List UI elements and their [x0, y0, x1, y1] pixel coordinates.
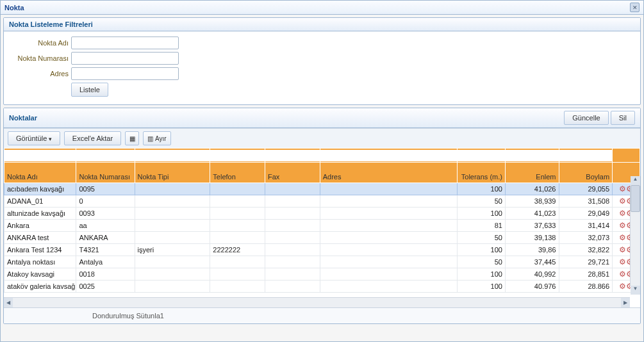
- cell-phone: [210, 183, 265, 195]
- table-row[interactable]: Ankara Test 1234T4321işyeri222222210039,…: [4, 244, 640, 256]
- cell-number: 0018: [76, 268, 135, 281]
- filter-phone[interactable]: [210, 150, 265, 161]
- col-phone[interactable]: Telefon: [210, 163, 265, 183]
- cell-lon: 28.866: [559, 281, 613, 293]
- cell-fax: [265, 208, 320, 220]
- settings-icon[interactable]: ▦: [125, 131, 139, 145]
- filter-tolerance[interactable]: [458, 150, 505, 161]
- close-icon[interactable]: ✕: [630, 3, 640, 12]
- filter-number[interactable]: [76, 150, 134, 161]
- input-name[interactable]: [71, 37, 179, 49]
- cell-phone: [210, 268, 265, 281]
- cell-tolerance: 100: [457, 268, 505, 281]
- cell-type: [135, 183, 210, 195]
- col-tolerance[interactable]: Tolerans (m.): [457, 163, 505, 183]
- cell-number: T4321: [76, 244, 135, 256]
- cell-type: [135, 220, 210, 232]
- cell-name: ADANA_01: [4, 195, 76, 208]
- cell-phone: [210, 220, 265, 232]
- cell-number: 0025: [76, 281, 135, 293]
- data-grid: Nokta Adı Nokta Numarası Nokta Tipi Tele…: [4, 148, 640, 293]
- cell-fax: [265, 268, 320, 281]
- vertical-scrollbar[interactable]: ▲ ▼: [630, 185, 640, 286]
- cell-type: işyeri: [135, 244, 210, 256]
- cell-tolerance: 50: [457, 232, 505, 244]
- col-number[interactable]: Nokta Numarası: [76, 163, 135, 183]
- cell-phone: [210, 256, 265, 268]
- col-name[interactable]: Nokta Adı: [4, 163, 76, 183]
- cell-lat: 37,633: [505, 220, 559, 232]
- cell-type: [135, 195, 210, 208]
- cell-lon: 32,073: [559, 232, 613, 244]
- grid-panel: Noktalar Güncelle Sil Görüntüle Excel'e …: [3, 108, 641, 324]
- cell-type: [135, 268, 210, 281]
- field-row-address: Adres: [10, 67, 634, 80]
- horizontal-scrollbar[interactable]: ◀ ▶: [4, 297, 630, 307]
- cell-address: [320, 232, 457, 244]
- table-row[interactable]: ADANA_0105038,93931,508⚙⚙: [4, 195, 640, 208]
- cell-lon: 31,414: [559, 220, 613, 232]
- cell-tolerance: 100: [457, 281, 505, 293]
- grid-header-buttons: Güncelle Sil: [564, 111, 635, 125]
- table-row[interactable]: Atakoy kavsagi001810040,99228,851⚙⚙: [4, 268, 640, 281]
- col-fax[interactable]: Fax: [265, 163, 320, 183]
- cell-fax: [265, 183, 320, 195]
- cell-lon: 28,851: [559, 268, 613, 281]
- cell-phone: 2222222: [210, 244, 265, 256]
- table-row[interactable]: Antalya noktasıAntalya5037,44529,721⚙⚙: [4, 256, 640, 268]
- table-row[interactable]: ANKARA testANKARA5039,13832,073⚙⚙: [4, 232, 640, 244]
- label-name: Nokta Adı: [10, 39, 71, 47]
- update-button[interactable]: Güncelle: [564, 111, 608, 125]
- cell-lat: 40,992: [505, 268, 559, 281]
- cell-lat: 37,445: [505, 256, 559, 268]
- table-row[interactable]: acıbadem kavşağı009510041,02629,055⚙⚙: [4, 183, 640, 195]
- cell-lat: 40.976: [505, 281, 559, 293]
- filter-lon[interactable]: [559, 150, 613, 161]
- scroll-thumb[interactable]: [631, 185, 640, 212]
- col-type[interactable]: Nokta Tipi: [135, 163, 210, 183]
- filter-name[interactable]: [4, 150, 76, 161]
- cell-lon: 31,508: [559, 195, 613, 208]
- cell-phone: [210, 281, 265, 293]
- cell-fax: [265, 244, 320, 256]
- col-lat[interactable]: Enlem: [505, 163, 559, 183]
- delete-button[interactable]: Sil: [611, 111, 635, 125]
- filter-panel-title: Nokta Listeleme Filtreleri: [9, 20, 93, 28]
- col-lon[interactable]: Boylam: [559, 163, 613, 183]
- grid-wrap: Nokta Adı Nokta Numarası Nokta Tipi Tele…: [4, 148, 640, 297]
- filter-type[interactable]: [135, 150, 210, 161]
- export-excel-button[interactable]: Excel'e Aktar: [64, 131, 121, 145]
- input-number[interactable]: [71, 52, 179, 65]
- scroll-up-icon[interactable]: ▲: [631, 176, 640, 185]
- cell-phone: [210, 208, 265, 220]
- cell-address: [320, 195, 457, 208]
- cell-address: [320, 244, 457, 256]
- cell-name: altunizade kavşağı: [4, 208, 76, 220]
- window-header: Nokta ✕: [1, 1, 643, 15]
- cell-lat: 38,939: [505, 195, 559, 208]
- cell-tolerance: 81: [457, 220, 505, 232]
- cell-lon: 32,822: [559, 244, 613, 256]
- cell-type: [135, 281, 210, 293]
- cell-lat: 39,86: [505, 244, 559, 256]
- cell-name: ANKARA test: [4, 232, 76, 244]
- list-button[interactable]: Listele: [71, 83, 108, 97]
- cell-name: ataköv galeria kavsağ: [4, 281, 76, 293]
- scroll-down-icon[interactable]: ▼: [631, 286, 640, 295]
- table-row[interactable]: Ankaraaa8137,63331,414⚙⚙: [4, 220, 640, 232]
- table-row[interactable]: ataköv galeria kavsağ002510040.97628.866…: [4, 281, 640, 293]
- filter-address[interactable]: [320, 150, 457, 161]
- label-address: Adres: [10, 70, 71, 77]
- field-row-name: Nokta Adı: [10, 37, 634, 49]
- grid-footer: Dondurulmuş Sütunla1: [4, 307, 640, 323]
- scroll-right-icon[interactable]: ▶: [621, 298, 630, 307]
- input-address[interactable]: [71, 67, 179, 80]
- filter-lat[interactable]: [506, 150, 559, 161]
- filter-fax[interactable]: [265, 150, 320, 161]
- scroll-left-icon[interactable]: ◀: [4, 298, 13, 307]
- table-row[interactable]: altunizade kavşağı009310041,02329,049⚙⚙: [4, 208, 640, 220]
- view-dropdown[interactable]: Görüntüle: [8, 131, 60, 145]
- col-address[interactable]: Adres: [320, 163, 457, 183]
- cell-fax: [265, 220, 320, 232]
- split-button[interactable]: ▥ Ayır: [143, 131, 171, 145]
